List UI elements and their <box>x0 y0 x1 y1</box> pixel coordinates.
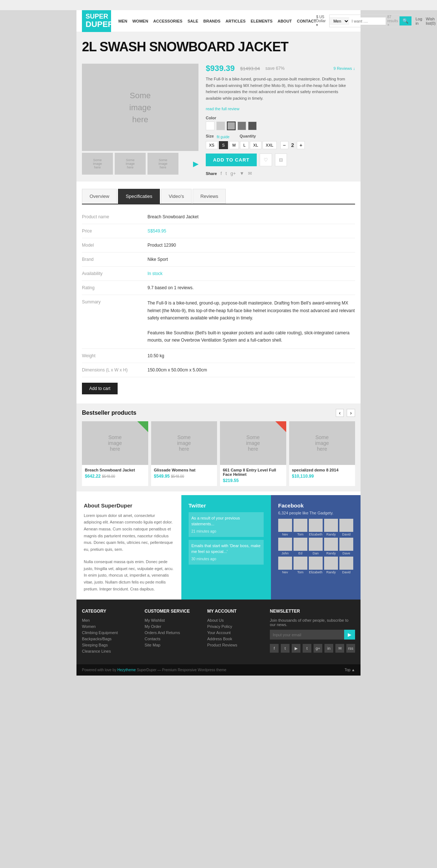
search-button[interactable]: 🔍 <box>399 16 412 25</box>
fit-guide-link[interactable]: fit guide <box>217 135 229 139</box>
footer-link-about-us[interactable]: About Us <box>207 618 263 622</box>
nav-about[interactable]: ABOUT <box>277 19 292 23</box>
share-pinterest[interactable]: ▼ <box>240 171 244 176</box>
prev-arrow[interactable]: ‹ <box>336 409 344 417</box>
share-facebook[interactable]: f <box>221 171 222 176</box>
thumb-3[interactable]: Some image here <box>147 153 178 175</box>
add-to-cart-button[interactable]: ADD TO CART <box>206 154 257 166</box>
add-to-cart-spec-button[interactable]: Add to cart <box>82 383 118 394</box>
qty-increase[interactable]: + <box>297 141 305 149</box>
spec-row-model: Model Product 12390 <box>82 238 355 252</box>
qty-decrease[interactable]: − <box>280 141 288 149</box>
share-email[interactable]: ✉ <box>248 171 252 176</box>
social-twitter-icon[interactable]: t <box>281 644 290 653</box>
newsletter-submit-button[interactable]: ▶ <box>344 630 355 640</box>
compare-button[interactable]: ⊟ <box>275 154 287 166</box>
hezytheme-link[interactable]: Hezytheme <box>117 668 136 672</box>
footer-link-climbing[interactable]: Climbing Equipment <box>82 630 137 635</box>
search-input[interactable] <box>349 17 386 25</box>
footer-link-contacts[interactable]: Contacts <box>145 637 200 641</box>
newsletter-email-input[interactable] <box>270 630 344 640</box>
wishlist-link[interactable]: Wish list(0) <box>426 17 436 25</box>
nav-accessories[interactable]: ACCESSORIES <box>153 19 182 23</box>
size-xxl[interactable]: XXL <box>263 141 277 149</box>
thumb-1[interactable]: Some image here <box>82 153 113 175</box>
size-s[interactable]: S <box>219 141 228 149</box>
product-card-3[interactable]: Some image here 661 Camp II Entry Level … <box>220 421 286 486</box>
footer-link-order[interactable]: My Order <box>145 624 200 629</box>
share-twitter[interactable]: t <box>225 171 227 176</box>
nav-articles[interactable]: ARTICLES <box>225 19 245 23</box>
fb-avatar-9[interactable]: Dave <box>339 538 353 555</box>
tab-specificaties[interactable]: Specificaties <box>118 189 160 204</box>
social-youtube-icon[interactable]: ▶ <box>292 644 300 653</box>
search-category[interactable]: Men <box>330 17 349 25</box>
social-rss-icon[interactable]: rss <box>346 644 355 653</box>
social-gplus-icon[interactable]: g+ <box>314 644 322 653</box>
color-swatch-mgray[interactable] <box>227 122 236 130</box>
footer-link-wishlist[interactable]: My Wishlist <box>145 618 200 622</box>
fb-avatar-1[interactable]: Tom <box>294 519 307 536</box>
size-xl[interactable]: XL <box>250 141 261 149</box>
nav-men[interactable]: MEN <box>118 19 127 23</box>
reviews-link[interactable]: 9 Reviews ↓ <box>334 66 355 71</box>
nav-elements[interactable]: ELEMENTS <box>251 19 272 23</box>
footer-link-clearance[interactable]: Clearance Lines <box>82 649 137 653</box>
top-link[interactable]: Top ▲ <box>345 668 355 672</box>
logo[interactable]: SUPER DUPER <box>82 10 111 32</box>
spec-label-brand: Brand <box>82 257 147 262</box>
read-more-link[interactable]: read the full review <box>206 107 239 111</box>
fb-avatar-12[interactable]: Elizabeth <box>309 557 323 574</box>
footer-link-men[interactable]: Men <box>82 618 137 622</box>
social-facebook-icon[interactable]: f <box>270 644 279 653</box>
thumb-2[interactable]: Some image here <box>115 153 146 175</box>
footer-link-privacy[interactable]: Privacy Policy <box>207 624 263 629</box>
color-swatch-dark[interactable] <box>248 122 257 130</box>
product-card-4[interactable]: Some image here specialized demo 8 2014 … <box>289 421 355 486</box>
footer-link-backpacks[interactable]: Backpacks/Bags <box>82 637 137 641</box>
nav-sale[interactable]: SALE <box>188 19 198 23</box>
fb-avatar-11[interactable]: Tom <box>294 557 307 574</box>
fb-avatar-5[interactable]: John <box>278 538 292 555</box>
footer-link-returns[interactable]: Orders And Returns <box>145 630 200 635</box>
tab-videos[interactable]: Video's <box>161 189 192 204</box>
social-email-icon[interactable]: ✉ <box>335 644 344 653</box>
fb-avatar-3[interactable]: Randy <box>324 519 338 536</box>
product-card-1[interactable]: Some image here Breach Snowboard Jacket … <box>82 421 148 486</box>
social-linkedin-icon[interactable]: in <box>324 644 333 653</box>
next-arrow[interactable]: › <box>347 409 355 417</box>
footer-link-women[interactable]: Women <box>82 624 137 629</box>
nav-brands[interactable]: BRANDS <box>203 19 220 23</box>
wishlist-button[interactable]: ♡ <box>260 154 272 166</box>
currency-selector[interactable]: $ US Dollar ▾ <box>316 15 326 27</box>
color-swatch-dgray[interactable] <box>237 122 246 130</box>
footer-link-address[interactable]: Address Book <box>207 637 263 641</box>
nav-women[interactable]: WOMEN <box>132 19 148 23</box>
footer-link-reviews[interactable]: Product Reviews <box>207 643 263 647</box>
fb-avatar-13[interactable]: Randy <box>324 557 338 574</box>
size-l[interactable]: L <box>240 141 249 149</box>
fb-avatar-8[interactable]: Randy <box>324 538 338 555</box>
footer-link-sitemap[interactable]: Site Map <box>145 643 200 647</box>
fb-avatar-7[interactable]: Dan <box>309 538 323 555</box>
fb-avatar-4[interactable]: David <box>339 519 353 536</box>
fb-avatar-0[interactable]: Nev <box>278 519 292 536</box>
thumb-arrow-icon[interactable]: ▶ <box>193 159 198 168</box>
tab-overview[interactable]: Overview <box>82 189 117 204</box>
fb-avatar-14[interactable]: David <box>339 557 353 574</box>
product-card-2[interactable]: Some image here Glissade Womens hat $549… <box>151 421 217 486</box>
footer-link-account[interactable]: Your Account <box>207 630 263 635</box>
share-googleplus[interactable]: g+ <box>231 171 236 176</box>
fb-avatar-2[interactable]: Elizabeth <box>309 519 323 536</box>
social-tumblr-icon[interactable]: t <box>303 644 311 653</box>
color-swatch-white[interactable] <box>206 122 214 130</box>
fb-avatar-6[interactable]: Ed <box>294 538 307 555</box>
footer-link-sleeping[interactable]: Sleeping Bags <box>82 643 137 647</box>
size-m[interactable]: M <box>229 141 239 149</box>
nav-contact[interactable]: CONTACT <box>297 19 316 23</box>
fb-avatar-10[interactable]: Nev <box>278 557 292 574</box>
tab-reviews[interactable]: Reviews <box>193 189 226 204</box>
size-xs[interactable]: XS <box>206 141 218 149</box>
login-link[interactable]: Log in <box>416 17 422 25</box>
color-swatch-lgray[interactable] <box>216 122 225 130</box>
